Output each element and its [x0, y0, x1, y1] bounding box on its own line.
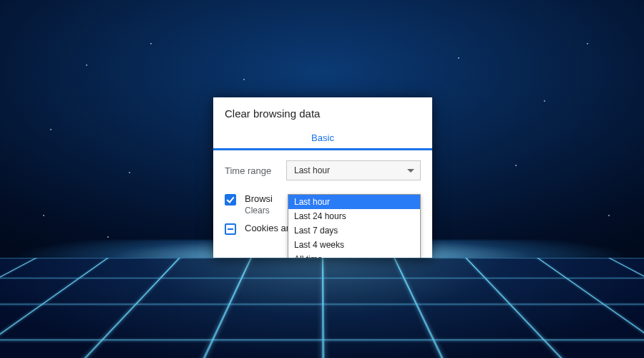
dropdown-option[interactable]: Last 7 days — [288, 223, 420, 238]
time-range-select[interactable]: Last hour — [286, 160, 421, 180]
dropdown-option[interactable]: Last 4 weeks — [288, 238, 420, 252]
option-subtitle: Clears — [245, 205, 273, 216]
chevron-down-icon — [407, 169, 414, 173]
tab-strip: Basic — [213, 127, 432, 150]
option-title: Browsi — [245, 193, 273, 204]
dropdown-option[interactable]: All time — [288, 252, 420, 258]
time-range-label: Time range — [225, 165, 275, 176]
checkbox-indeterminate-icon[interactable] — [225, 223, 236, 235]
time-range-row: Time range Last hour — [225, 160, 421, 180]
time-range-selected-value: Last hour — [294, 165, 330, 175]
dropdown-option[interactable]: Last 24 hours — [288, 209, 420, 223]
clear-browsing-data-dialog: Clear browsing data Basic Time range Las… — [213, 97, 432, 258]
grid-floor — [0, 258, 644, 358]
checkbox-checked-icon[interactable] — [225, 194, 236, 205]
dropdown-option[interactable]: Last hour — [288, 195, 420, 209]
dialog-title: Clear browsing data — [213, 97, 432, 127]
tab-basic[interactable]: Basic — [213, 127, 432, 150]
option-labels: Browsi Clears — [245, 193, 273, 216]
screenshot-stage: Clear browsing data Basic Time range Las… — [0, 0, 644, 358]
time-range-dropdown[interactable]: Last hour Last 24 hours Last 7 days Last… — [288, 194, 421, 258]
